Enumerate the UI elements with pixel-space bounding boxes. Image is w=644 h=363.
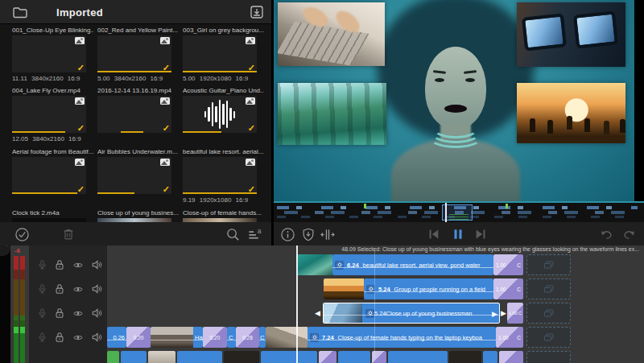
timeline-clip-partial[interactable] xyxy=(107,351,119,363)
collapse-handle[interactable]: ◀ xyxy=(0,245,10,256)
transition-duration: 0.28 xyxy=(242,335,253,340)
transition-block[interactable]: 0.28 xyxy=(236,327,259,348)
clip-thumbnail xyxy=(224,351,259,363)
overview-playhead[interactable] xyxy=(445,203,447,224)
timeline-clip[interactable]: C xyxy=(259,327,266,348)
media-item[interactable]: Acoustic Guitar_Piano Und... ✓ xyxy=(183,87,264,143)
timeline-clip-partial[interactable] xyxy=(483,351,497,363)
lock-icon[interactable] xyxy=(54,283,65,295)
timeline-clip-partial[interactable] xyxy=(388,351,448,363)
eye-icon[interactable] xyxy=(72,308,85,319)
speaker-icon[interactable] xyxy=(91,307,103,319)
ghost-clip-slot[interactable] xyxy=(526,278,571,299)
timeline-clip-partial[interactable] xyxy=(177,351,222,363)
eye-icon[interactable] xyxy=(72,284,85,295)
timeline-clip[interactable]: Hap xyxy=(151,327,203,348)
ghost-clip-slot[interactable] xyxy=(526,351,571,363)
mic-icon[interactable] xyxy=(37,283,47,295)
transition-block[interactable]: 1.00 C xyxy=(507,303,523,324)
lock-icon[interactable] xyxy=(54,332,65,343)
media-item[interactable]: Clock tick 2.m4a xyxy=(12,209,93,222)
select-all-icon[interactable] xyxy=(13,225,31,243)
lock-icon[interactable] xyxy=(54,259,65,270)
info-icon[interactable] xyxy=(279,225,296,243)
transition-duration: 0.20 xyxy=(134,335,144,340)
media-item[interactable]: 003_Girl on grey backgrou... ✓ 5.00 1920… xyxy=(183,27,264,83)
meter-db-label: -6 xyxy=(14,247,20,254)
sort-alpha-icon[interactable]: a xyxy=(246,225,264,243)
transition-block[interactable]: 0.20 xyxy=(126,327,151,348)
speaker-icon[interactable] xyxy=(91,332,103,343)
media-item[interactable]: Aerial footage from Beautif... ✓ xyxy=(12,148,93,204)
ghost-clip-slot[interactable] xyxy=(526,303,571,324)
timeline-playhead[interactable] xyxy=(296,245,298,363)
timeline-clip-partial[interactable] xyxy=(338,351,370,363)
timeline-clip[interactable]: C xyxy=(227,327,236,348)
media-item[interactable]: 2016-12-14 13.16.19.mp4 ✓ xyxy=(97,87,179,143)
speaker-icon[interactable] xyxy=(91,259,103,270)
ghost-clip-slot[interactable] xyxy=(526,327,571,348)
waveform-bar xyxy=(215,106,217,122)
timeline-clip[interactable]: 7.24 Close-up of female hands typing on … xyxy=(308,327,496,348)
media-item[interactable]: Close up of young busines... xyxy=(97,209,179,222)
media-item-meta: 5.00 3840x2160 16:9 xyxy=(97,75,179,82)
ghost-clip-slot[interactable] xyxy=(526,254,571,275)
media-item-name: 002_Red and Yellow Paint... xyxy=(97,27,179,34)
timeline-clip-selected[interactable]: 5.24 Close up of young businessman ▶ xyxy=(323,303,500,324)
main-toolbar: a xyxy=(0,222,644,245)
timeline-clip[interactable]: 6.24 beautiful lake resort. aerial view.… xyxy=(332,254,493,275)
transition-block[interactable]: 1.00 C xyxy=(496,327,523,348)
shield-import-icon[interactable] xyxy=(299,225,317,243)
mic-icon[interactable] xyxy=(37,307,47,319)
timeline-overview[interactable] xyxy=(274,201,644,222)
usage-bar xyxy=(183,71,257,73)
media-item[interactable]: Close-up of female hands... xyxy=(183,209,264,222)
gear-icon[interactable] xyxy=(365,309,374,318)
media-item[interactable]: Air Bubbles Underwater.m... ✓ xyxy=(97,148,179,204)
timeline-clip[interactable]: 0.26 xyxy=(107,327,126,348)
folder-icon[interactable] xyxy=(11,3,29,21)
import-icon[interactable] xyxy=(248,3,266,21)
speaker-icon[interactable] xyxy=(91,283,103,295)
photo-icon xyxy=(246,159,255,166)
media-item[interactable]: 001_Close-Up Eye Blinking... ✓ 11.11 384… xyxy=(12,27,93,83)
trim-handle-right-inner[interactable]: ▶ xyxy=(492,303,497,324)
usage-bar xyxy=(97,192,134,195)
mic-icon[interactable] xyxy=(37,259,47,270)
trim-handle-right[interactable]: ▶ xyxy=(501,303,506,324)
timeline-status-text: 48.09 Selected: Close up of young busine… xyxy=(341,246,639,252)
clip-thumbnail xyxy=(324,278,364,299)
transition-block[interactable]: 0.20 xyxy=(203,327,227,348)
timeline-clip-partial[interactable] xyxy=(121,351,147,363)
trash-icon[interactable] xyxy=(60,225,77,243)
timeline-panel: 48.09 Selected: Close up of young busine… xyxy=(0,245,644,363)
timeline-clip-partial[interactable] xyxy=(261,351,317,363)
media-item[interactable]: 002_Red and Yellow Paint... ✓ 5.00 3840x… xyxy=(97,27,179,83)
pause-icon[interactable] xyxy=(449,225,467,243)
eye-icon[interactable] xyxy=(72,260,85,270)
lock-icon[interactable] xyxy=(54,307,65,319)
transition-partial[interactable] xyxy=(319,351,336,363)
undo-icon[interactable] xyxy=(597,225,615,243)
clip-label: Group of people running on a field xyxy=(394,286,485,293)
transition-block[interactable]: 1.00 C xyxy=(493,278,523,299)
trim-icon[interactable] xyxy=(319,225,336,243)
media-thumbnail-audio-waveform: ✓ xyxy=(183,96,257,133)
eye-icon[interactable] xyxy=(72,332,85,343)
transition-partial[interactable] xyxy=(499,351,523,363)
search-icon[interactable] xyxy=(224,225,242,243)
skip-back-icon[interactable] xyxy=(425,225,443,243)
gear-icon[interactable] xyxy=(335,261,344,270)
media-item[interactable]: 004_Lake Fly Over.mp4 ✓ 12.05 3840x2160 … xyxy=(12,87,93,143)
skip-forward-icon[interactable] xyxy=(472,225,489,243)
glasses-lens xyxy=(522,13,567,51)
gear-icon[interactable] xyxy=(310,333,319,342)
redo-icon[interactable] xyxy=(620,225,638,243)
media-item[interactable]: beautiful lake resort. aerial... ✓ 9.19 … xyxy=(183,148,264,204)
media-item-name: 001_Close-Up Eye Blinking... xyxy=(12,27,93,34)
timeline-clip[interactable]: 5.24 Group of people running on a field xyxy=(364,278,493,299)
media-item-name: 2016-12-14 13.16.19.mp4 xyxy=(97,87,179,94)
transition-block[interactable]: 1.00 C xyxy=(493,254,523,275)
mic-icon[interactable] xyxy=(37,332,47,343)
trim-handle-left[interactable]: ◀ xyxy=(315,303,320,324)
